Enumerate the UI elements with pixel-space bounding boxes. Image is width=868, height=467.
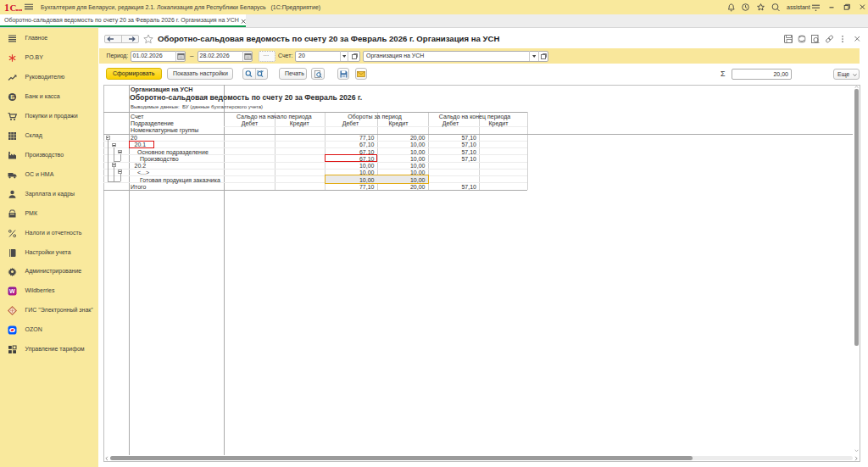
svg-text:Б: Б [10, 94, 14, 100]
svg-text:C: C [10, 3, 17, 13]
svg-text:1: 1 [4, 2, 9, 13]
svg-text:assistant: assistant [787, 4, 810, 10]
svg-text:W: W [9, 289, 15, 295]
